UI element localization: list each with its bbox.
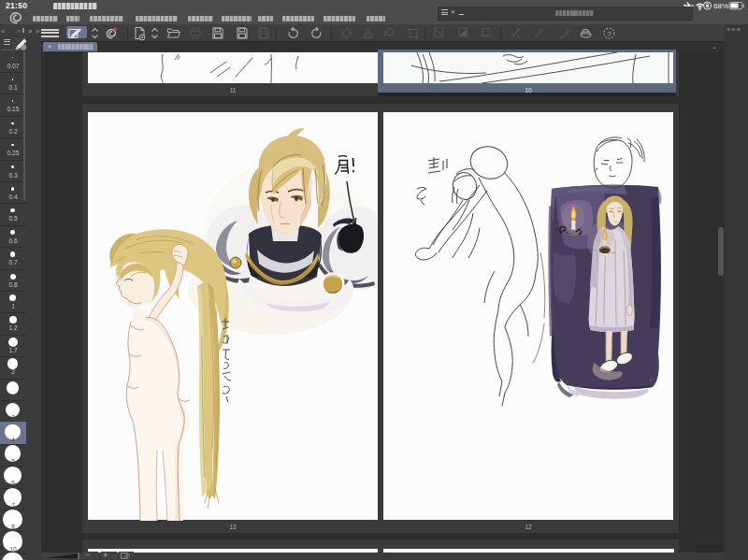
svg-text:?: ? [607,30,611,38]
